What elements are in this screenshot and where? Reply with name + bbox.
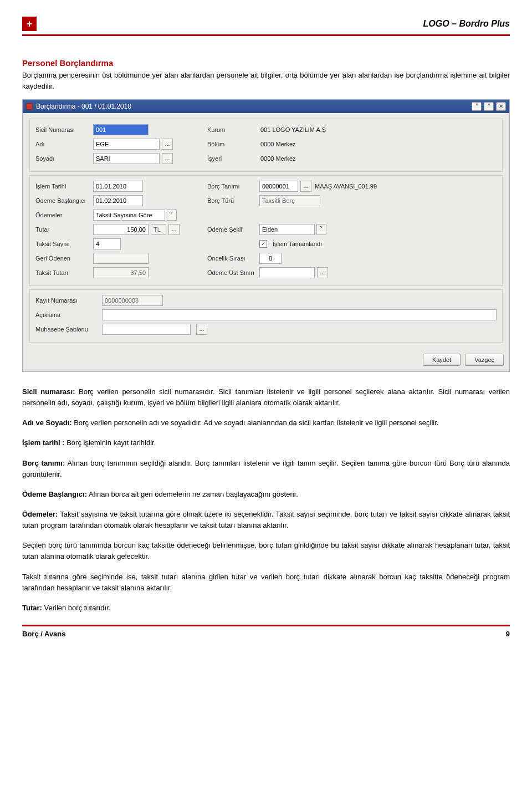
odeme-baslangici-label: Ödeme Başlangıcı [35, 197, 91, 204]
def-para3: Taksit tutarına göre seçiminde ise, taks… [22, 572, 510, 594]
def-odeme: Ödemeler: Taksit sayısına ve taksit tuta… [22, 509, 510, 531]
section-title: Personel Borçlandırma [22, 58, 510, 68]
isyeri-label: İşyeri [207, 155, 257, 162]
odeme-ust-browse-button[interactable]: ... [317, 267, 328, 278]
odeme-baslangici-input[interactable] [93, 195, 143, 206]
close-button[interactable]: ✕ [496, 102, 506, 111]
sicil-label: Sicil Numarası [35, 126, 91, 133]
def-sicil: Sicil numarası: Borç verilen personelin … [22, 386, 510, 409]
def-adi: Adı ve Soyadı: Borç verilen personelin a… [22, 417, 510, 428]
kayit-no-input [102, 295, 163, 306]
soyadi-input[interactable] [93, 153, 160, 164]
geri-odenen-label: Geri Ödenen [35, 255, 91, 262]
odeme-sekli-label: Ödeme Şekli [207, 226, 257, 233]
dialog-window: Borçlandırma - 001 / 01.01.2010 ˅ ˄ ✕ Si… [22, 99, 510, 372]
odeme-ust-siniri-label: Ödeme Üst Sınırı [207, 269, 257, 276]
window-icon [26, 103, 33, 110]
odeme-sekli-select[interactable] [259, 224, 315, 235]
borc-tanimi-browse-button[interactable]: ... [300, 181, 311, 192]
plus-badge-icon: + [22, 17, 37, 31]
kurum-label: Kurum [207, 126, 257, 133]
collapse-button[interactable]: ˅ [472, 102, 482, 111]
personnel-info-block: Sicil Numarası Kurum 001 LOGO YAZILIM A.… [29, 119, 503, 172]
record-info-block: Kayıt Numarası Açıklama Muhasebe Şablonu… [29, 289, 503, 343]
adi-input[interactable] [93, 139, 160, 150]
muhasebe-label: Muhasebe Şablonu [35, 326, 96, 333]
footer-left: Borç / Avans [22, 630, 66, 638]
islem-tarihi-label: İşlem Tarihi [35, 183, 91, 190]
def-islem: İşlem tarihi : Borç işleminin kayıt tari… [22, 437, 510, 448]
islem-tarihi-input[interactable] [93, 181, 143, 192]
page-number: 9 [506, 630, 510, 638]
adi-browse-button[interactable]: ... [162, 139, 173, 150]
soyadi-browse-button[interactable]: ... [162, 153, 173, 164]
aciklama-input[interactable] [102, 309, 497, 320]
tutar-input[interactable] [93, 224, 149, 235]
intro-paragraph: Borçlanma penceresinin üst bölümünde yer… [22, 70, 510, 91]
chevron-down-icon[interactable]: ˅ [167, 210, 177, 221]
oncelik-sirasi-label: Öncelik Sırası [207, 255, 257, 262]
borc-tanimi-desc: MAAŞ AVANSI_001.99 [314, 183, 377, 190]
borc-tanimi-input[interactable] [259, 181, 298, 192]
tutar-label: Tutar [35, 226, 91, 233]
islem-tamamlandi-label: İşlem Tamamlandı [272, 241, 322, 247]
currency-browse-button[interactable]: ... [168, 224, 180, 235]
aciklama-label: Açıklama [35, 312, 96, 318]
borc-tanimi-label: Borç Tanımı [207, 183, 257, 190]
borc-turu-input [259, 195, 320, 206]
odemeler-select[interactable] [93, 210, 165, 221]
geri-odenen-input [93, 253, 149, 264]
currency-input [151, 224, 166, 235]
soyadi-label: Soyadı [35, 155, 91, 162]
taksit-tutari-input [93, 267, 149, 278]
brand-title: LOGO – Bordro Plus [423, 19, 510, 29]
sicil-input[interactable] [93, 124, 149, 135]
oncelik-sirasi-input[interactable] [259, 253, 282, 264]
window-title: Borçlandırma - 001 / 01.01.2010 [36, 103, 131, 110]
muhasebe-browse-button[interactable]: ... [196, 324, 207, 335]
borc-turu-label: Borç Türü [207, 197, 257, 204]
adi-label: Adı [35, 141, 91, 147]
def-tutar: Tutar: Verilen borç tutarıdır. [22, 603, 510, 614]
cancel-button[interactable]: Vazgeç [465, 354, 504, 366]
def-borc: Borç tanımı: Alınan borç tanımının seçil… [22, 458, 510, 480]
kayit-no-label: Kayıt Numarası [35, 297, 96, 304]
def-para2: Seçilen borç türü tanımında borcun kaç t… [22, 540, 510, 562]
odeme-ust-siniri-input[interactable] [259, 267, 315, 278]
kurum-value: 001 LOGO YAZILIM A.Ş [259, 126, 326, 133]
isyeri-value: 0000 Merkez [259, 155, 296, 162]
taksit-tutari-label: Taksit Tutarı [35, 269, 91, 276]
taksit-sayisi-input[interactable] [93, 238, 121, 249]
save-button[interactable]: Kaydet [423, 354, 461, 366]
bolum-label: Bölüm [207, 141, 257, 147]
islem-tamamlandi-checkbox[interactable]: ✓ [259, 240, 267, 248]
debt-info-block: İşlem Tarihi Borç Tanımı ... MAAŞ AVANSI… [29, 175, 503, 286]
chevron-down-icon[interactable]: ˅ [316, 224, 326, 235]
expand-button[interactable]: ˄ [484, 102, 494, 111]
page-header: + LOGO – Bordro Plus [22, 17, 510, 36]
bolum-value: 0000 Merkez [259, 141, 296, 147]
odemeler-label: Ödemeler [35, 212, 91, 218]
taksit-sayisi-label: Taksit Sayısı [35, 241, 91, 247]
def-odbas: Ödeme Başlangıcı: Alınan borca ait geri … [22, 489, 510, 500]
page-footer: Borç / Avans 9 [22, 625, 510, 638]
muhasebe-input[interactable] [102, 324, 191, 335]
window-titlebar: Borçlandırma - 001 / 01.01.2010 ˅ ˄ ✕ [23, 100, 509, 113]
